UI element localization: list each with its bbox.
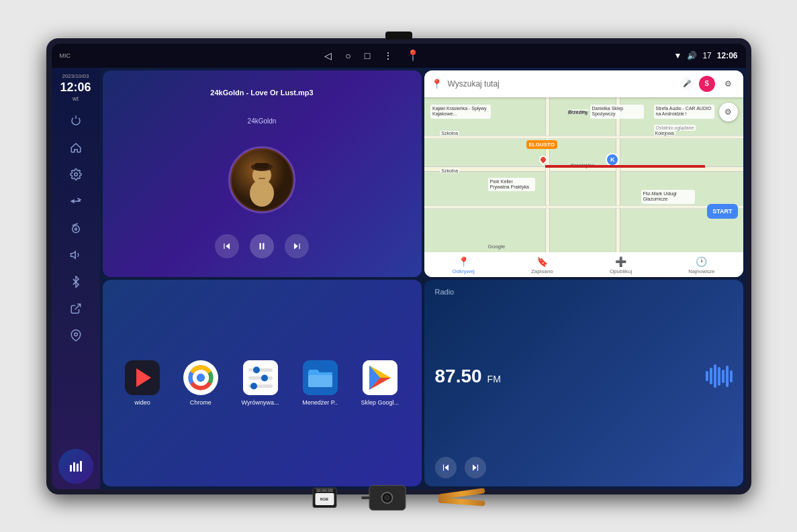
app-equalizer[interactable]: Wyrównywa...	[242, 360, 279, 406]
sdcard-label: 8GB	[320, 497, 328, 501]
svg-point-0	[74, 173, 77, 176]
map-blue-marker[interactable]: K	[606, 153, 619, 166]
pause-btn[interactable]	[250, 234, 274, 258]
svg-point-1	[72, 225, 79, 233]
svg-marker-37	[472, 464, 476, 470]
wave-bar-2	[710, 368, 712, 384]
sidebar-date: 2023/10/03 12:06 wt	[60, 73, 91, 103]
play-triangle	[136, 368, 151, 387]
sidebar-home-icon[interactable]	[64, 136, 88, 160]
prev-track-btn[interactable]	[215, 234, 239, 258]
radio-info: 87.50 FM	[435, 366, 698, 387]
svg-rect-27	[248, 376, 273, 380]
status-bar: MIC ◁ ○ □ ⋮ 📍 ▼ 🔊 17 12:06	[52, 44, 746, 68]
svg-point-30	[261, 374, 268, 381]
app-video[interactable]: wideo	[125, 360, 160, 406]
sidebar-radio-icon[interactable]	[64, 216, 88, 240]
playstore-icon	[363, 360, 397, 395]
sidebar-power-icon[interactable]	[64, 109, 88, 133]
poi-fliz: Fliz-Mark Usługi Glazurnicze	[641, 190, 695, 204]
najnowsze-icon: 🕐	[696, 256, 707, 267]
radio-main-row: 87.50 FM	[435, 363, 733, 390]
wave-bar-1	[706, 371, 708, 381]
wave-bar-3	[714, 364, 716, 388]
map-card: 📍 Wyszukaj tutaj 🎤 S ⚙	[424, 70, 743, 277]
app-playstore[interactable]: Sklep Googl...	[361, 360, 400, 406]
nav-menu-btn[interactable]: ⋮	[383, 50, 393, 61]
map-search-text: Wyszukaj tutaj	[448, 79, 675, 89]
nav-recents-btn[interactable]: □	[365, 50, 370, 61]
sdcard: 8GB	[312, 488, 336, 508]
volume-level: 17	[702, 51, 711, 60]
wave-bar-5	[722, 370, 724, 383]
map-body[interactable]: Szkolna Szkolna Kolejowa Brzeziny Kajaki…	[424, 97, 743, 252]
map-mic-btn[interactable]: 🎤	[680, 77, 694, 91]
wifi-icon: ▼	[674, 51, 682, 60]
camera	[369, 485, 406, 511]
sidebar-bluetooth-icon[interactable]	[64, 270, 88, 294]
equalizer-icon	[243, 360, 278, 395]
nav-back-btn[interactable]: ◁	[324, 50, 332, 61]
svg-rect-12	[259, 178, 265, 179]
map-settings-btn[interactable]: ⚙	[720, 76, 737, 92]
app-chrome[interactable]: Chrome	[183, 360, 218, 406]
svg-point-4	[74, 333, 77, 336]
poi-strefa: Strefa Audio - CAR AUDIO na Androidzie !	[654, 105, 714, 119]
album-art	[228, 146, 295, 213]
map-start-btn[interactable]: START	[707, 204, 737, 219]
sdcard-accessory: 8GB	[312, 488, 336, 508]
svg-rect-18	[263, 243, 264, 249]
svg-marker-19	[294, 243, 298, 249]
wave-bar-7	[730, 370, 733, 382]
sidebar-connect-icon[interactable]	[64, 297, 88, 321]
map-account-btn[interactable]: S	[699, 76, 715, 92]
google-label: Google	[488, 244, 506, 250]
top-notch	[385, 32, 412, 40]
device-screen: MIC ◁ ○ □ ⋮ 📍 ▼ 🔊 17 12:06 2023/10/03	[52, 44, 746, 489]
app-filemanager[interactable]: Menedżer P..	[302, 360, 337, 406]
map-nav-odkrywej[interactable]: 📍 Odkrywej	[453, 256, 475, 274]
map-search-bar: 📍 Wyszukaj tutaj 🎤 S ⚙	[424, 70, 743, 97]
radio-prev-btn[interactable]	[435, 457, 457, 478]
poi-danielka: Danielka Sklep Spożywczy	[590, 105, 644, 119]
nav-maps-btn[interactable]: 📍	[406, 49, 420, 62]
mic-label: MIC	[60, 52, 71, 59]
app-chrome-label: Chrome	[190, 399, 212, 406]
map-nav-bottom: 📍 Odkrywej 🔖 Zapisano ➕ Opublikuj 🕐	[424, 252, 743, 277]
zapisano-icon: 🔖	[536, 256, 548, 267]
sidebar-location-icon[interactable]	[64, 323, 88, 348]
sdcard-label-area: 8GB	[315, 493, 334, 505]
camera-lens	[381, 492, 393, 504]
radio-wave-display	[706, 363, 733, 390]
camera-accessory	[369, 485, 406, 511]
map-float-settings[interactable]: ⚙	[719, 103, 738, 121]
map-brzeziny-label: Brzeziny	[567, 109, 588, 115]
sidebar: 2023/10/03 12:06 wt	[52, 68, 100, 489]
nav-home-btn[interactable]: ○	[345, 50, 350, 61]
sidebar-equalizer-btn[interactable]	[58, 449, 93, 484]
svg-marker-3	[71, 252, 75, 259]
apps-card: wideo	[103, 280, 422, 486]
music-card: 24kGoldn - Love Or Lust.mp3 24kGoldn	[103, 70, 422, 277]
prytool-2	[438, 498, 485, 507]
odkrywej-icon: 📍	[458, 256, 469, 267]
map-nav-najnowsze[interactable]: 🕐 Najnowsze	[688, 256, 714, 274]
main-content: 2023/10/03 12:06 wt	[52, 68, 746, 489]
map-nav-zapisano[interactable]: 🔖 Zapisano	[531, 256, 553, 274]
svg-rect-5	[70, 465, 72, 472]
sidebar-settings-icon[interactable]	[64, 162, 88, 187]
wave-bar-6	[726, 366, 729, 387]
music-title: 24kGoldn - Love Or Lust.mp3	[210, 89, 313, 97]
radio-label: Radio	[435, 288, 733, 296]
status-bar-right: ▼ 🔊 17 12:06	[674, 51, 738, 60]
map-nav-opublikuj[interactable]: ➕ Opublikuj	[610, 256, 632, 274]
radio-frequency: 87.50	[435, 366, 482, 387]
map-pin-icon: 📍	[431, 78, 442, 89]
radio-next-btn[interactable]	[465, 457, 486, 478]
sidebar-back-icon[interactable]	[64, 189, 88, 213]
road-label-szkolna1: Szkolna	[440, 131, 459, 136]
radio-card: Radio 87.50 FM	[424, 280, 743, 486]
next-track-btn[interactable]	[285, 234, 309, 258]
svg-point-24	[197, 373, 205, 381]
sidebar-volume-icon[interactable]	[64, 243, 88, 267]
